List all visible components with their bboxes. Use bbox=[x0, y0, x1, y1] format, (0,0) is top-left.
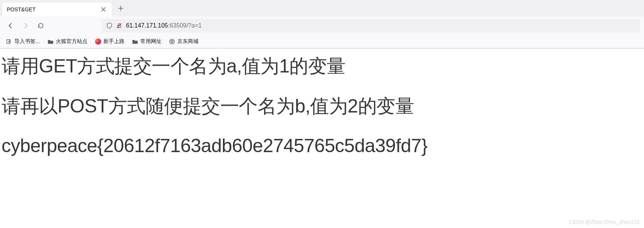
bookmark-label: 常用网址 bbox=[140, 38, 161, 45]
forward-button[interactable] bbox=[19, 19, 32, 32]
shield-icon bbox=[106, 23, 112, 29]
watermark: CSDN @Zhou-Zhou_zhou123 bbox=[569, 219, 639, 225]
nav-bar: 61.147.171.105:63509/?a=1 bbox=[0, 17, 644, 35]
tab-active[interactable]: POST&GET bbox=[2, 2, 112, 17]
tab-bar: POST&GET bbox=[0, 0, 644, 17]
bookmark-getting-started[interactable]: 新手上路 bbox=[93, 37, 127, 46]
new-tab-button[interactable] bbox=[115, 2, 127, 14]
bookmark-label: 京东商城 bbox=[177, 38, 198, 45]
content-line-2: 请再以POST方式随便提交一个名为b,值为2的变量 bbox=[2, 96, 642, 117]
url-text: 61.147.171.105:63509/?a=1 bbox=[126, 22, 202, 29]
bookmark-label: 新手上路 bbox=[103, 38, 124, 45]
url-host: 61.147.171.105 bbox=[126, 22, 168, 29]
folder-icon bbox=[48, 39, 54, 45]
bookmark-label: 火狐官方站点 bbox=[56, 38, 88, 45]
bookmark-import[interactable]: 导入书签... bbox=[4, 37, 42, 46]
content-line-3: cyberpeace{20612f7163adb60e2745765c5da39… bbox=[2, 135, 642, 157]
bookmark-jd[interactable]: 京东商城 bbox=[167, 37, 201, 46]
folder-icon bbox=[132, 39, 138, 45]
bookmark-label: 导入书签... bbox=[14, 38, 40, 45]
back-button[interactable] bbox=[4, 19, 17, 32]
url-bar[interactable]: 61.147.171.105:63509/?a=1 bbox=[102, 19, 640, 32]
bookmark-firefox-official[interactable]: 火狐官方站点 bbox=[45, 37, 90, 46]
bookmark-common-urls[interactable]: 常用网址 bbox=[130, 37, 164, 46]
content-line-1: 请用GET方式提交一个名为a,值为1的变量 bbox=[2, 55, 642, 77]
tab-title: POST&GET bbox=[7, 6, 100, 12]
url-path: :63509/?a=1 bbox=[168, 22, 201, 29]
bookmarks-bar: 导入书签... 火狐官方站点 新手上路 常用网址 京东商城 bbox=[0, 35, 644, 48]
insecure-lock-icon bbox=[116, 23, 122, 29]
browser-chrome: POST&GET bbox=[0, 0, 644, 49]
import-icon bbox=[6, 39, 12, 45]
firefox-icon bbox=[95, 39, 101, 45]
reload-button[interactable] bbox=[34, 19, 48, 32]
globe-icon bbox=[169, 39, 175, 45]
page-content: 请用GET方式提交一个名为a,值为1的变量 请再以POST方式随便提交一个名为b… bbox=[0, 49, 644, 182]
close-icon[interactable] bbox=[100, 6, 107, 13]
